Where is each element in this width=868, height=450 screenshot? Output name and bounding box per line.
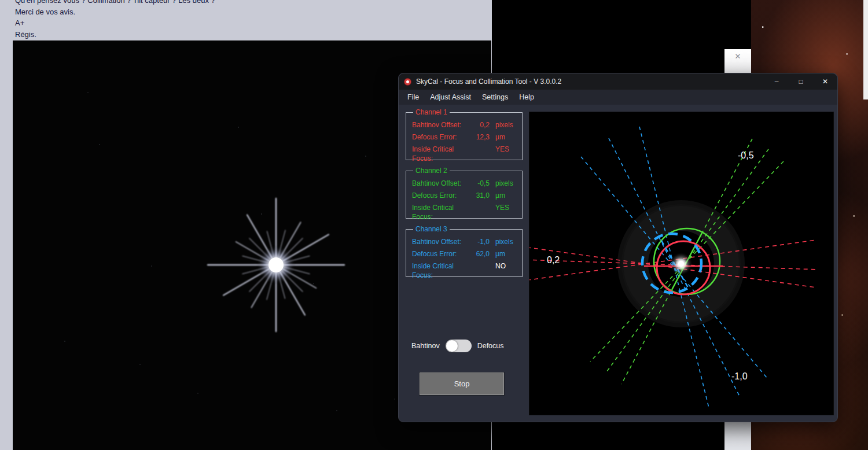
toggle-left-label: Bahtinov bbox=[411, 342, 440, 350]
close-icon[interactable]: ✕ bbox=[724, 52, 751, 61]
row-unit: µm bbox=[490, 132, 517, 142]
close-button[interactable]: ✕ bbox=[813, 73, 837, 90]
offset-label-channel3: -1,0 bbox=[731, 371, 748, 381]
row-value: -1,0 bbox=[466, 237, 490, 246]
row-label: Bahtinov Offset: bbox=[412, 179, 466, 188]
row-value bbox=[466, 145, 490, 163]
row-label: Bahtinov Offset: bbox=[412, 237, 466, 246]
row-label: Inside Critical Focus: bbox=[412, 261, 466, 280]
row-unit: pixels bbox=[490, 120, 517, 130]
forum-text: Qu'en pensez vous ? Collimation ? Tilt c… bbox=[15, 0, 215, 40]
channel-3-critical-focus-row: Inside Critical Focus: NO bbox=[412, 261, 517, 280]
collimation-plot: -0,5 0,2 -1,0 bbox=[529, 112, 834, 415]
faint-stars bbox=[64, 92, 453, 411]
mode-toggle-row: Bahtinov Defocus bbox=[411, 340, 504, 352]
channel-1-group: Channel 1 Bahtinov Offset: 0,2 pixels De… bbox=[406, 108, 523, 160]
menu-item-settings[interactable]: Settings bbox=[482, 93, 508, 101]
row-unit: YES bbox=[490, 203, 517, 222]
channel-1-title: Channel 1 bbox=[413, 108, 450, 116]
offset-label-channel1: 0,2 bbox=[547, 255, 560, 265]
channel-3-group: Channel 3 Bahtinov Offset: -1,0 pixels D… bbox=[406, 225, 523, 277]
row-value bbox=[466, 203, 490, 222]
forum-text-line: Merci de vos avis. bbox=[15, 6, 215, 18]
minimize-button[interactable]: – bbox=[764, 73, 789, 90]
row-unit: µm bbox=[490, 249, 517, 259]
channel-3-bahtinov-offset-row: Bahtinov Offset: -1,0 pixels bbox=[412, 237, 517, 246]
channel-1-bahtinov-offset-row: Bahtinov Offset: 0,2 pixels bbox=[412, 120, 517, 130]
plot-star-center bbox=[670, 252, 693, 275]
toggle-right-label: Defocus bbox=[477, 342, 504, 350]
app-icon bbox=[404, 78, 411, 86]
app-window: SkyCal - Focus and Collimation Tool - V … bbox=[398, 73, 838, 422]
collimation-plot-canvas: -0,5 0,2 -1,0 bbox=[529, 112, 834, 416]
stop-button[interactable]: Stop bbox=[420, 372, 504, 395]
channel-1-critical-focus-row: Inside Critical Focus: YES bbox=[412, 145, 517, 163]
channel-2-defocus-error-row: Defocus Error: 31,0 µm bbox=[412, 191, 517, 200]
star-core bbox=[269, 257, 284, 272]
row-value: -0,5 bbox=[466, 179, 490, 188]
channel-panels: Channel 1 Bahtinov Offset: 0,2 pixels De… bbox=[406, 108, 523, 283]
row-label: Defocus Error: bbox=[412, 191, 466, 200]
menu-item-file[interactable]: File bbox=[407, 93, 419, 101]
diffraction-star bbox=[208, 198, 344, 331]
offset-label-channel2: -0,5 bbox=[738, 150, 754, 160]
scrollbar-sliver[interactable] bbox=[863, 0, 868, 99]
channel-2-group: Channel 2 Bahtinov Offset: -0,5 pixels D… bbox=[406, 167, 523, 219]
row-label: Bahtinov Offset: bbox=[412, 120, 466, 130]
channel-1-defocus-error-row: Defocus Error: 12,3 µm bbox=[412, 132, 517, 142]
bahtinov-defocus-toggle[interactable] bbox=[446, 340, 472, 352]
row-label: Defocus Error: bbox=[412, 132, 466, 142]
row-label: Inside Critical Focus: bbox=[412, 145, 466, 163]
desktop: Qu'en pensez vous ? Collimation ? Tilt c… bbox=[0, 0, 868, 450]
row-value: 12,3 bbox=[466, 132, 490, 142]
row-unit: pixels bbox=[490, 237, 517, 246]
channel-3-title: Channel 3 bbox=[413, 225, 450, 233]
forum-text-line: Qu'en pensez vous ? Collimation ? Tilt c… bbox=[15, 0, 215, 6]
row-unit: YES bbox=[490, 145, 517, 163]
channel-2-bahtinov-offset-row: Bahtinov Offset: -0,5 pixels bbox=[412, 179, 517, 188]
row-unit: pixels bbox=[490, 179, 517, 188]
titlebar[interactable]: SkyCal - Focus and Collimation Tool - V … bbox=[399, 73, 837, 90]
row-unit: NO bbox=[490, 261, 517, 280]
menu-item-adjust-assist[interactable]: Adjust Assist bbox=[430, 93, 471, 101]
window-title: SkyCal - Focus and Collimation Tool - V … bbox=[416, 78, 561, 86]
channel-2-critical-focus-row: Inside Critical Focus: YES bbox=[412, 203, 517, 222]
row-unit: µm bbox=[490, 191, 517, 200]
row-value: 31,0 bbox=[466, 191, 490, 200]
window-controls: – □ ✕ bbox=[764, 73, 837, 90]
row-label: Inside Critical Focus: bbox=[412, 203, 466, 222]
forum-text-line: A+ bbox=[15, 17, 215, 29]
row-value bbox=[466, 261, 490, 280]
row-value: 62,0 bbox=[466, 249, 490, 259]
forum-text-line: Régis. bbox=[15, 29, 215, 40]
row-label: Defocus Error: bbox=[412, 249, 466, 259]
row-value: 0,2 bbox=[466, 120, 490, 130]
maximize-button[interactable]: □ bbox=[789, 73, 813, 90]
toggle-knob bbox=[446, 340, 458, 352]
channel-2-title: Channel 2 bbox=[413, 167, 450, 175]
menubar: File Adjust Assist Settings Help bbox=[399, 90, 837, 105]
menu-item-help[interactable]: Help bbox=[519, 93, 534, 101]
channel-3-defocus-error-row: Defocus Error: 62,0 µm bbox=[412, 249, 517, 259]
